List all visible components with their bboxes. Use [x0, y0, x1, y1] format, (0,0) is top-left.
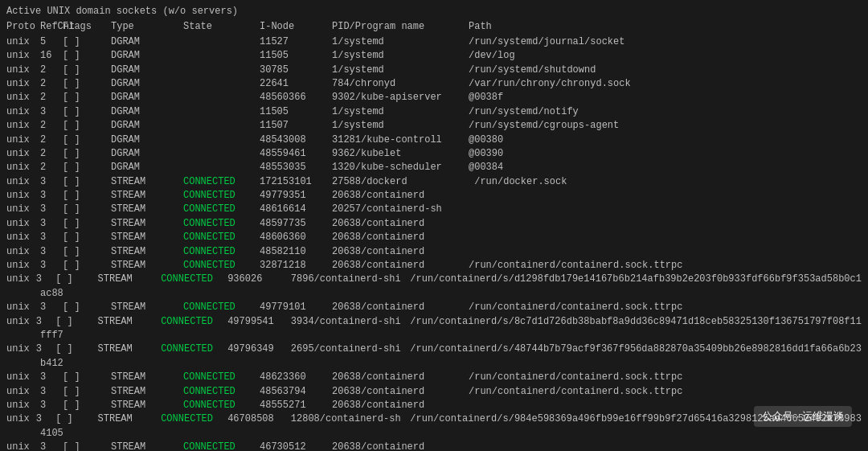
- cell-flags: [ ]: [63, 203, 111, 216]
- cell-refcnt: 3: [36, 315, 55, 329]
- cell-pid: 9302/kube-apiserver: [332, 91, 469, 105]
- table-row: unix3[ ]STREAMCONNECTED4861661420257/con…: [6, 203, 862, 216]
- cell-type: STREAM: [111, 371, 183, 384]
- cell-refcnt: 2: [40, 91, 63, 105]
- cell-refcnt: 3: [40, 203, 63, 216]
- cell-inode: 11527: [260, 35, 332, 49]
- cell-inode: 11507: [260, 119, 332, 133]
- cell-inode: 11505: [260, 49, 332, 63]
- cell-proto: unix: [6, 301, 40, 314]
- table-row: unix3[ ]DGRAM115051/systemd/run/systemd/…: [6, 105, 862, 119]
- cell-type: STREAM: [98, 342, 162, 356]
- table-row: unix3[ ]STREAMCONNECTED497963492695/cont…: [6, 342, 862, 356]
- cell-path: /run/systemd/notify: [469, 105, 579, 119]
- table-row: unix3[ ]STREAMCONNECTED4859773520638/con…: [6, 217, 862, 231]
- cell-inode: 49799541: [227, 315, 291, 329]
- cell-path: @00380: [469, 133, 503, 147]
- cell-state: CONNECTED: [161, 342, 227, 356]
- table-row: unix2[ ]DGRAM4854300831281/kube-controll…: [6, 133, 862, 147]
- cell-pid: 20638/containerd: [332, 301, 469, 314]
- cell-path: /run/containerd/s/8c7d1d726db38babf8a9dd…: [410, 315, 862, 329]
- cell-state: CONNECTED: [183, 385, 260, 399]
- cell-flags: [ ]: [63, 133, 111, 147]
- cell-refcnt: 2: [40, 161, 63, 174]
- cell-refcnt: 2: [40, 77, 63, 91]
- cell-proto: unix: [6, 77, 40, 91]
- cell-inode: 172153101: [260, 175, 332, 189]
- table-row: unix3[ ]STREAMCONNECTED4977910120638/con…: [6, 301, 862, 314]
- cell-proto: unix: [6, 49, 40, 63]
- table-row: b412: [6, 357, 862, 371]
- cell-flags: [ ]: [63, 161, 111, 174]
- cell-type: DGRAM: [111, 119, 183, 133]
- cell-type: STREAM: [111, 399, 183, 412]
- cell-inode: 30785: [260, 64, 332, 77]
- cell-proto: unix: [6, 35, 40, 49]
- cell-flags: [ ]: [63, 105, 111, 119]
- cell-pid: 12808/containerd-sh: [291, 412, 411, 426]
- cell-proto: unix: [6, 245, 40, 259]
- cell-type: STREAM: [111, 245, 183, 259]
- cell-refcnt: 3: [36, 412, 55, 426]
- cell-state: CONNECTED: [183, 441, 260, 451]
- cell-type: DGRAM: [111, 105, 183, 119]
- cell-state: CONNECTED: [183, 259, 260, 273]
- cell-refcnt: 2: [40, 119, 63, 133]
- cell-refcnt: 3: [36, 273, 55, 286]
- cell-pid: 20638/containerd: [332, 231, 469, 244]
- cell-proto: unix: [6, 259, 40, 273]
- cell-pid: 20638/containerd: [332, 189, 469, 203]
- cell-flags: [ ]: [63, 441, 111, 451]
- col-header-refcnt: RefCnt: [40, 20, 63, 34]
- table-row: unix3[ ]STREAMCONNECTED4855527120638/con…: [6, 399, 862, 412]
- table-row: unix3[ ]STREAMCONNECTED4673051220638/con…: [6, 441, 862, 451]
- cell-inode: 48553035: [260, 161, 332, 174]
- cell-path: /run/systemd/cgroups-agent: [469, 119, 619, 133]
- cell-refcnt: 3: [40, 189, 63, 203]
- cell-state: CONNECTED: [183, 203, 260, 216]
- cell-refcnt: 3: [40, 441, 63, 451]
- cell-type: STREAM: [111, 301, 183, 314]
- cell-inode: 46708508: [227, 412, 291, 426]
- cell-refcnt: 16: [40, 49, 63, 63]
- cell-inode: 48616614: [260, 203, 332, 216]
- cell-proto: unix: [6, 147, 40, 161]
- path-continuation: 4105: [6, 427, 63, 441]
- cell-pid: 784/chronyd: [332, 77, 469, 91]
- cell-refcnt: 2: [40, 147, 63, 161]
- cell-proto: unix: [6, 385, 40, 399]
- path-continuation: fff7: [6, 329, 63, 342]
- cell-flags: [ ]: [63, 231, 111, 244]
- cell-state: CONNECTED: [161, 412, 227, 426]
- cell-refcnt: 3: [40, 217, 63, 231]
- col-header-proto: Proto: [6, 20, 40, 34]
- cell-inode: 48560366: [260, 91, 332, 105]
- cell-flags: [ ]: [63, 399, 111, 412]
- cell-proto: unix: [6, 175, 40, 189]
- cell-inode: 48559461: [260, 147, 332, 161]
- cell-inode: 48623360: [260, 371, 332, 384]
- table-row: unix2[ ]DGRAM485603669302/kube-apiserver…: [6, 91, 862, 105]
- cell-inode: 49796349: [227, 342, 291, 356]
- table-row: unix2[ ]DGRAM485530351320/kube-scheduler…: [6, 161, 862, 174]
- table-row: unix3[ ]STREAMCONNECTED497995413934/cont…: [6, 315, 862, 329]
- cell-flags: [ ]: [63, 119, 111, 133]
- cell-flags: [ ]: [55, 412, 97, 426]
- cell-inode: 48563794: [260, 385, 332, 399]
- table-row: unix2[ ]DGRAM307851/systemd/run/systemd/…: [6, 64, 862, 77]
- cell-type: DGRAM: [111, 147, 183, 161]
- cell-type: STREAM: [98, 315, 162, 329]
- cell-flags: [ ]: [55, 342, 97, 356]
- cell-pid: 20638/containerd: [332, 371, 469, 384]
- cell-flags: [ ]: [63, 64, 111, 77]
- col-header-path: Path: [469, 20, 492, 34]
- cell-pid: 20638/containerd: [332, 259, 469, 273]
- column-headers: Proto RefCnt Flags Type State I-Node PID…: [6, 20, 862, 34]
- cell-type: STREAM: [111, 203, 183, 216]
- table-row: 4105: [6, 427, 862, 441]
- cell-type: DGRAM: [111, 49, 183, 63]
- cell-proto: unix: [6, 231, 40, 244]
- col-header-flags: Flags: [63, 20, 111, 34]
- table-row: unix2[ ]DGRAM115071/systemd/run/systemd/…: [6, 119, 862, 133]
- cell-refcnt: 3: [40, 399, 63, 412]
